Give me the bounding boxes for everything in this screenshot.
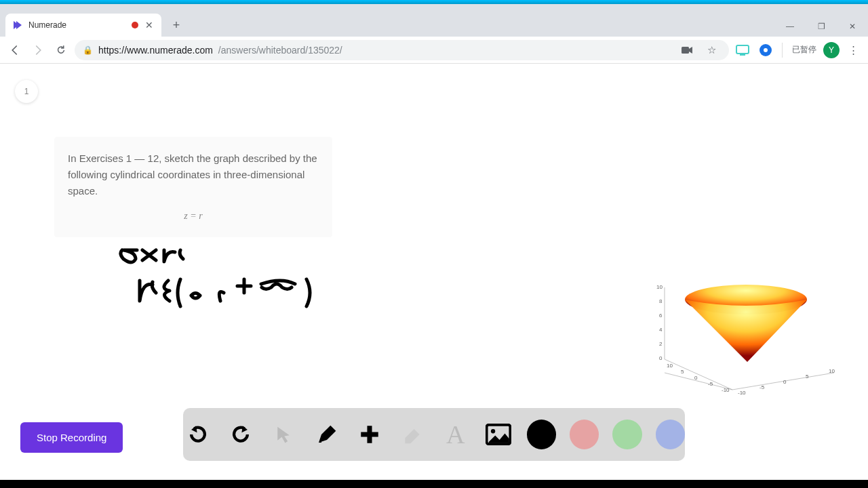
- svg-rect-0: [682, 47, 689, 54]
- svg-text:8: 8: [659, 298, 663, 304]
- svg-text:0: 0: [694, 375, 698, 381]
- url-path: /answers/whiteboard/135022/: [218, 45, 342, 56]
- svg-text:5: 5: [681, 369, 684, 375]
- svg-text:-10: -10: [738, 390, 746, 396]
- question-card: In Exercises 1 — 12, sketch the graph de…: [54, 137, 332, 237]
- url-host: https://www.numerade.com: [98, 45, 213, 56]
- eraser-tool[interactable]: [398, 420, 427, 449]
- svg-point-26: [491, 429, 495, 433]
- window-close-button[interactable]: ✕: [837, 16, 868, 37]
- pointer-tool[interactable]: [269, 420, 298, 449]
- svg-point-4: [764, 48, 768, 52]
- image-tool[interactable]: [484, 420, 513, 449]
- pen-tool[interactable]: [312, 420, 341, 449]
- tab-title: Numerade: [28, 20, 126, 30]
- whiteboard-toolbar: A: [183, 408, 685, 461]
- svg-text:10: 10: [829, 368, 835, 374]
- redo-button[interactable]: [226, 420, 255, 449]
- window-minimize-button[interactable]: —: [774, 16, 806, 37]
- color-green[interactable]: [612, 420, 642, 449]
- svg-text:2: 2: [659, 341, 663, 347]
- text-tool[interactable]: A: [441, 420, 470, 449]
- page-number-badge[interactable]: 1: [15, 80, 38, 103]
- question-text: In Exercises 1 — 12, sketch the graph de…: [68, 150, 319, 199]
- add-tool[interactable]: [355, 420, 384, 449]
- close-tab-button[interactable]: ✕: [144, 20, 155, 30]
- svg-text:6: 6: [659, 312, 663, 319]
- extension-monitor-icon[interactable]: [733, 41, 752, 60]
- page-content: 1 In Exercises 1 — 12, sketch the graph …: [0, 68, 868, 472]
- svg-text:-5: -5: [708, 381, 713, 387]
- svg-rect-1: [736, 45, 749, 54]
- address-bar[interactable]: 🔒 https://www.numerade.com/answers/white…: [75, 40, 729, 60]
- svg-text:0: 0: [783, 379, 787, 385]
- tab-strip: Numerade ✕ + — ❐ ✕: [0, 4, 868, 37]
- recording-indicator-icon: [132, 22, 138, 28]
- camera-icon[interactable]: [677, 41, 696, 60]
- cone-3d-plot: 1086 420 1050-5-10 -10-50510: [651, 278, 848, 413]
- handwriting-annotation: [115, 240, 346, 328]
- svg-text:5: 5: [806, 373, 809, 380]
- divider: [782, 43, 783, 58]
- lock-icon: 🔒: [83, 45, 93, 55]
- window-maximize-button[interactable]: ❐: [806, 16, 837, 37]
- extension-blue-circle-icon[interactable]: [756, 41, 775, 60]
- svg-text:0: 0: [659, 355, 663, 361]
- reload-button[interactable]: [52, 41, 71, 60]
- browser-tab[interactable]: Numerade ✕: [5, 14, 161, 37]
- color-blue[interactable]: [656, 420, 685, 449]
- profile-status[interactable]: 已暂停: [789, 44, 819, 56]
- chrome-menu-button[interactable]: ⋮: [844, 41, 863, 60]
- bookmark-star-icon[interactable]: ☆: [702, 41, 721, 60]
- profile-avatar[interactable]: Y: [823, 42, 840, 58]
- forward-button[interactable]: [28, 41, 47, 60]
- svg-text:4: 4: [659, 327, 663, 333]
- svg-text:10: 10: [667, 363, 673, 369]
- numerade-favicon: [12, 20, 23, 30]
- new-tab-button[interactable]: +: [167, 16, 186, 35]
- back-button[interactable]: [5, 41, 24, 60]
- address-row: 🔒 https://www.numerade.com/answers/white…: [0, 37, 868, 64]
- color-pink[interactable]: [570, 420, 599, 449]
- svg-text:10: 10: [656, 284, 663, 290]
- color-black[interactable]: [527, 420, 556, 449]
- undo-button[interactable]: [183, 420, 212, 449]
- svg-text:-10: -10: [722, 387, 730, 393]
- stop-recording-button[interactable]: Stop Recording: [20, 422, 123, 453]
- svg-text:-5: -5: [760, 384, 765, 390]
- question-equation: z = r: [68, 209, 319, 224]
